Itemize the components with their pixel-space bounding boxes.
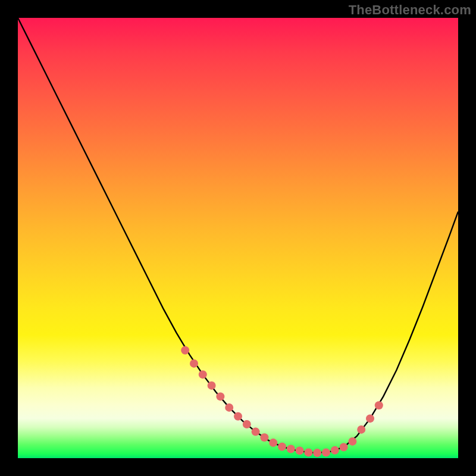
- marker-point: [199, 370, 207, 378]
- marker-point: [348, 437, 356, 446]
- marker-point: [287, 444, 295, 453]
- watermark-text: TheBottleneck.com: [349, 2, 471, 18]
- marker-point: [357, 425, 365, 434]
- marker-point: [296, 446, 304, 455]
- marker-point: [304, 448, 312, 456]
- bottleneck-curve-svg: [18, 18, 458, 458]
- marker-point: [375, 401, 383, 409]
- marker-point: [252, 428, 260, 436]
- marker-point: [208, 381, 216, 390]
- marker-point: [278, 443, 286, 451]
- marker-point: [340, 443, 348, 452]
- bottleneck-curve: [18, 18, 458, 453]
- marker-point: [181, 346, 189, 355]
- marker-point: [366, 414, 374, 422]
- marker-point: [322, 448, 330, 456]
- marker-point: [225, 403, 233, 412]
- marker-point: [243, 420, 251, 428]
- marker-point: [260, 433, 268, 441]
- marker-point: [331, 446, 339, 455]
- marker-point: [190, 359, 198, 368]
- marker-point: [313, 449, 321, 457]
- marker-point: [216, 392, 224, 400]
- highlighted-points: [181, 346, 383, 457]
- marker-point: [234, 412, 242, 421]
- chart-frame: TheBottleneck.com: [0, 0, 476, 476]
- marker-point: [269, 439, 277, 447]
